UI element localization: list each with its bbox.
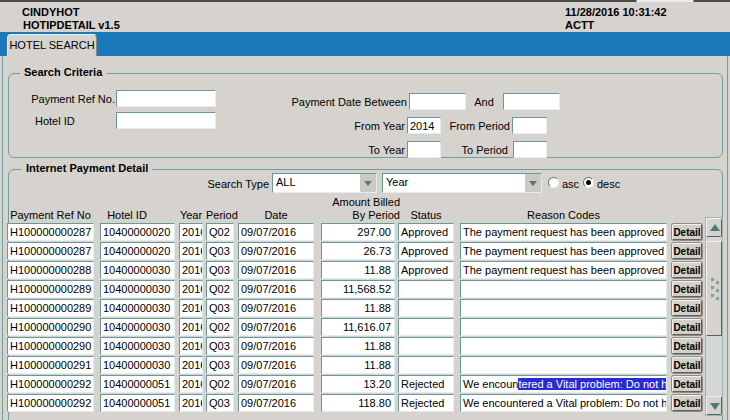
cell-date[interactable]: 09/07/2016 <box>238 356 314 374</box>
cell-status[interactable] <box>398 318 454 336</box>
cell-amount[interactable]: 297.00 <box>321 223 395 241</box>
cell-amount[interactable]: 11,568.52 <box>321 280 395 298</box>
sort-asc-radio[interactable] <box>548 177 559 188</box>
cell-date[interactable]: 09/07/2016 <box>238 318 314 336</box>
cell-year[interactable]: 2016 <box>179 223 203 241</box>
cell-reason[interactable]: The payment request has been approved <box>460 223 667 241</box>
cell-ref[interactable]: H100000000291 <box>7 356 94 374</box>
cell-ref[interactable]: H100000000290 <box>7 337 94 355</box>
cell-amount[interactable]: 11.88 <box>321 356 395 374</box>
cell-reason[interactable]: The payment request has been approved <box>460 242 667 260</box>
payment-date-to-input[interactable] <box>503 93 560 110</box>
detail-button[interactable]: Detail <box>672 262 702 278</box>
scrollbar-thumb[interactable] <box>706 241 722 336</box>
cell-reason[interactable]: We encountered a Vital problem: Do not h <box>460 375 667 393</box>
tab-hotel-search[interactable]: HOTEL SEARCH <box>7 34 97 56</box>
scroll-up-button[interactable] <box>706 218 722 237</box>
cell-status[interactable] <box>398 337 454 355</box>
cell-year[interactable]: 2016 <box>179 394 203 412</box>
cell-date[interactable]: 09/07/2016 <box>238 242 314 260</box>
cell-hotel[interactable]: 10400000020 <box>100 223 175 241</box>
cell-ref[interactable]: H100000000289 <box>7 299 94 317</box>
cell-reason[interactable] <box>460 318 667 336</box>
payment-date-from-input[interactable] <box>409 93 466 110</box>
detail-button[interactable]: Detail <box>672 376 702 392</box>
sort-desc-radio[interactable] <box>583 177 594 188</box>
cell-status[interactable]: Rejected <box>398 375 454 393</box>
cell-reason[interactable] <box>460 337 667 355</box>
detail-button[interactable]: Detail <box>672 281 702 297</box>
cell-status[interactable]: Approved <box>398 261 454 279</box>
from-period-input[interactable] <box>512 117 547 134</box>
cell-year[interactable]: 2016 <box>179 337 203 355</box>
table-scrollbar[interactable] <box>705 217 723 416</box>
cell-period[interactable]: Q03 <box>206 394 234 412</box>
cell-ref[interactable]: H100000000288 <box>7 261 94 279</box>
cell-ref[interactable]: H100000000287 <box>7 242 94 260</box>
cell-amount[interactable]: 118.80 <box>321 394 395 412</box>
cell-year[interactable]: 2016 <box>179 242 203 260</box>
cell-reason[interactable] <box>460 299 667 317</box>
detail-button[interactable]: Detail <box>672 338 702 354</box>
cell-date[interactable]: 09/07/2016 <box>238 261 314 279</box>
cell-reason[interactable] <box>460 356 667 374</box>
hotel-id-input[interactable] <box>116 112 216 129</box>
detail-button[interactable]: Detail <box>672 300 702 316</box>
cell-amount[interactable]: 13.20 <box>321 375 395 393</box>
cell-amount[interactable]: 11.88 <box>321 299 395 317</box>
to-year-input[interactable] <box>407 141 441 158</box>
cell-date[interactable]: 09/07/2016 <box>238 299 314 317</box>
cell-reason[interactable]: We encountered a Vital problem: Do not h <box>460 394 667 412</box>
cell-ref[interactable]: H100000000290 <box>7 318 94 336</box>
cell-period[interactable]: Q03 <box>206 242 234 260</box>
cell-hotel[interactable]: 10400000051 <box>100 375 175 393</box>
cell-ref[interactable]: H100000000292 <box>7 394 94 412</box>
cell-status[interactable] <box>398 356 454 374</box>
search-type-dropdown[interactable]: ALL <box>272 173 377 193</box>
cell-status[interactable]: Rejected <box>398 394 454 412</box>
cell-hotel[interactable]: 10400000030 <box>100 261 175 279</box>
cell-year[interactable]: 2016 <box>179 375 203 393</box>
cell-status[interactable]: Approved <box>398 223 454 241</box>
cell-year[interactable]: 2016 <box>179 280 203 298</box>
cell-period[interactable]: Q03 <box>206 299 234 317</box>
cell-period[interactable]: Q02 <box>206 318 234 336</box>
cell-status[interactable] <box>398 280 454 298</box>
cell-amount[interactable]: 11.88 <box>321 337 395 355</box>
cell-year[interactable]: 2016 <box>179 318 203 336</box>
cell-date[interactable]: 09/07/2016 <box>238 280 314 298</box>
detail-button[interactable]: Detail <box>672 243 702 259</box>
cell-amount[interactable]: 11,616.07 <box>321 318 395 336</box>
cell-reason[interactable]: The payment request has been approved <box>460 261 667 279</box>
cell-status[interactable] <box>398 299 454 317</box>
chevron-down-icon[interactable] <box>524 174 541 192</box>
chevron-down-icon[interactable] <box>359 174 376 192</box>
cell-hotel[interactable]: 10400000030 <box>100 318 175 336</box>
cell-status[interactable]: Approved <box>398 242 454 260</box>
detail-button[interactable]: Detail <box>672 395 702 411</box>
cell-hotel[interactable]: 10400000030 <box>100 356 175 374</box>
from-year-input[interactable] <box>407 117 441 134</box>
cell-hotel[interactable]: 10400000030 <box>100 280 175 298</box>
cell-hotel[interactable]: 10400000051 <box>100 394 175 412</box>
cell-ref[interactable]: H100000000287 <box>7 223 94 241</box>
to-period-input[interactable] <box>513 141 547 158</box>
scroll-down-button[interactable] <box>706 396 722 415</box>
cell-period[interactable]: Q02 <box>206 280 234 298</box>
cell-period[interactable]: Q02 <box>206 375 234 393</box>
cell-ref[interactable]: H100000000292 <box>7 375 94 393</box>
cell-amount[interactable]: 26.73 <box>321 242 395 260</box>
cell-date[interactable]: 09/07/2016 <box>238 375 314 393</box>
cell-year[interactable]: 2016 <box>179 299 203 317</box>
cell-hotel[interactable]: 10400000030 <box>100 337 175 355</box>
cell-date[interactable]: 09/07/2016 <box>238 337 314 355</box>
cell-reason[interactable] <box>460 280 667 298</box>
cell-ref[interactable]: H100000000289 <box>7 280 94 298</box>
cell-hotel[interactable]: 10400000020 <box>100 242 175 260</box>
cell-period[interactable]: Q03 <box>206 337 234 355</box>
cell-year[interactable]: 2016 <box>179 356 203 374</box>
cell-period[interactable]: Q03 <box>206 356 234 374</box>
detail-button[interactable]: Detail <box>672 224 702 240</box>
cell-date[interactable]: 09/07/2016 <box>238 394 314 412</box>
sort-field-dropdown[interactable]: Year <box>382 173 542 193</box>
